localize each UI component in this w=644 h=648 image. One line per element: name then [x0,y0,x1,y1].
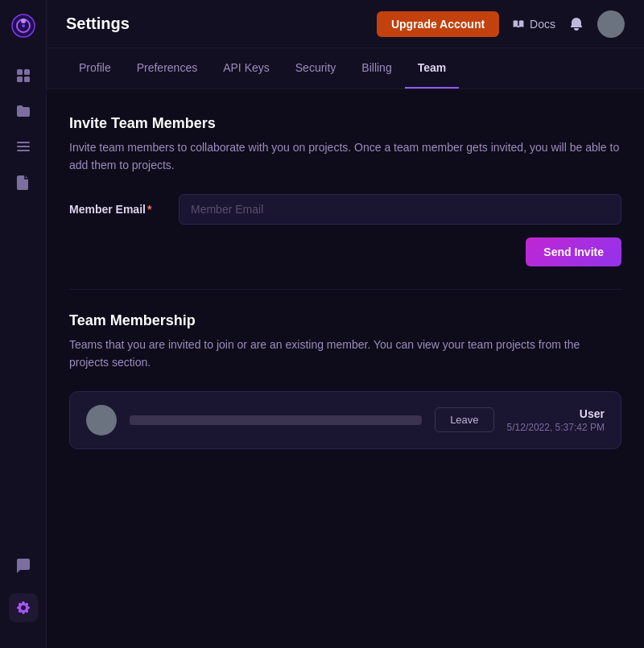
settings-content: Invite Team Members Invite team members … [47,89,644,648]
sidebar-item-chat[interactable] [9,551,38,580]
header: Settings Upgrade Account Docs [47,0,644,48]
svg-rect-5 [24,69,30,75]
email-label: Member Email* [69,203,166,216]
invite-section-title: Invite Team Members [69,115,621,132]
svg-rect-7 [24,76,30,82]
book-icon [512,18,525,31]
svg-rect-10 [17,150,30,151]
sidebar-item-folder[interactable] [9,97,38,126]
page-title: Settings [66,14,377,33]
tab-billing[interactable]: Billing [349,48,404,89]
required-indicator: * [147,203,151,216]
header-actions: Upgrade Account Docs [377,10,625,38]
tab-preferences[interactable]: Preferences [124,48,210,89]
svg-point-3 [22,24,25,27]
svg-rect-4 [17,69,23,75]
email-form-row: Member Email* [69,194,621,225]
svg-rect-6 [17,76,23,82]
member-avatar [86,405,117,435]
notification-bell[interactable] [568,16,584,32]
main-content: Settings Upgrade Account Docs Profile Pr… [47,0,644,648]
sidebar-item-document[interactable] [9,167,38,196]
sidebar [0,0,47,648]
invite-section-desc: Invite team members to collaborate with … [69,138,621,175]
svg-point-2 [21,19,26,23]
sidebar-item-list[interactable] [9,132,38,161]
send-invite-button[interactable]: Send Invite [526,237,621,266]
svg-rect-9 [17,146,30,147]
bell-icon [568,16,584,32]
sidebar-item-settings[interactable] [9,593,38,622]
settings-tabs: Profile Preferences API Keys Security Bi… [47,48,644,89]
section-divider [69,289,621,290]
leave-button[interactable]: Leave [435,407,493,432]
svg-rect-8 [17,142,30,143]
member-info: User 5/12/2022, 5:37:42 PM [507,407,605,433]
sidebar-bottom [9,551,38,635]
member-role: User [507,407,605,420]
tab-api-keys[interactable]: API Keys [210,48,283,89]
tab-security[interactable]: Security [283,48,349,89]
membership-section-title: Team Membership [69,312,621,329]
member-name-redacted [130,415,422,425]
invite-section: Invite Team Members Invite team members … [69,115,621,266]
send-invite-row: Send Invite [69,237,621,266]
sidebar-item-grid[interactable] [9,61,38,90]
member-email-input[interactable] [179,194,621,225]
user-avatar[interactable] [597,10,625,38]
member-date: 5/12/2022, 5:37:42 PM [507,422,605,433]
tab-team[interactable]: Team [405,48,460,89]
membership-section: Team Membership Teams that you are invit… [69,312,621,449]
docs-link[interactable]: Docs [512,18,555,31]
tab-profile[interactable]: Profile [66,48,124,89]
upgrade-button[interactable]: Upgrade Account [377,11,499,37]
membership-section-desc: Teams that you are invited to join or ar… [69,336,621,372]
membership-card: Leave User 5/12/2022, 5:37:42 PM [69,391,621,449]
app-logo[interactable] [10,13,36,39]
